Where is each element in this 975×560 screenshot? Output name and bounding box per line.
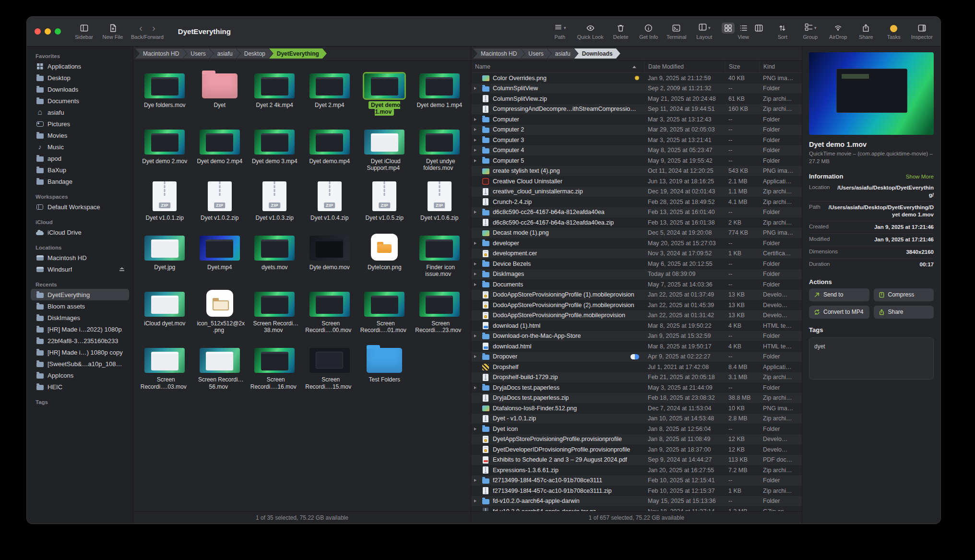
- sidebar-item[interactable]: [SweetSub&…a10p_1080p]: [31, 358, 129, 369]
- layout-button[interactable]: ▾ Layout: [694, 23, 715, 40]
- grid-file-item[interactable]: Dyet demo 3.mp4: [247, 124, 302, 171]
- file-list-row[interactable]: f2713499-18f4-457c-ac10-91b708ce3111 Feb…: [471, 476, 802, 486]
- file-list-row[interactable]: Crunch-2.4.zip Feb 28, 2025 at 18:49:52 …: [471, 197, 802, 207]
- disclosure-triangle-icon[interactable]: [474, 139, 476, 142]
- terminal-button[interactable]: Terminal: [666, 23, 687, 40]
- column-header-size[interactable]: Size: [725, 61, 759, 72]
- breadcrumb-item[interactable]: Users: [183, 48, 213, 59]
- file-list-row[interactable]: Computer Mar 3, 2025 at 13:12:43 -- Fold…: [471, 114, 802, 125]
- disclosure-triangle-icon[interactable]: [474, 500, 476, 502]
- file-list-row[interactable]: Device Bezels May 6, 2025 at 20:12:55 --…: [471, 259, 802, 269]
- breadcrumb-item[interactable]: Macintosh HD: [473, 48, 524, 59]
- back-button[interactable]: ‹: [139, 23, 143, 33]
- grid-file-item[interactable]: Dyet v1.0.2.zip: [192, 180, 248, 221]
- file-list-row[interactable]: Download-on-the-Mac-App-Store Jan 9, 202…: [471, 331, 802, 342]
- breadcrumb-item[interactable]: DyetEverything: [269, 48, 327, 59]
- file-preview-thumbnail[interactable]: [809, 52, 934, 135]
- grid-file-item[interactable]: dyets.mov: [247, 230, 302, 277]
- grid-file-item[interactable]: Dyet v1.0.3.zip: [247, 180, 302, 221]
- file-list-row[interactable]: download.html Mar 8, 2025 at 19:50:17 4 …: [471, 341, 802, 352]
- compress-button[interactable]: Compress: [874, 288, 934, 301]
- sidebar-item[interactable]: Windsurf: [31, 263, 129, 275]
- new-file-button[interactable]: New File: [102, 23, 123, 40]
- tags-box[interactable]: dyet: [809, 337, 934, 380]
- file-list-row[interactable]: DodoAppStoreProvisioningProfile (2).mobi…: [471, 300, 802, 310]
- grid-file-item[interactable]: Dye folders.mov: [137, 68, 192, 115]
- grid-file-item[interactable]: Dyet demo.mp4: [302, 124, 357, 171]
- file-list-row[interactable]: development.cer Nov 3, 2024 at 17:09:52 …: [471, 249, 802, 259]
- grid-file-item[interactable]: Dyet v1.0.1.zip: [137, 180, 192, 221]
- file-list-row[interactable]: Dyet icon Jan 8, 2025 at 12:56:04 -- Fol…: [471, 424, 802, 434]
- share-action-button[interactable]: Share: [874, 306, 934, 319]
- sidebar-item[interactable]: 22bf4af8-3…235160b233: [31, 335, 129, 346]
- disclosure-triangle-icon[interactable]: [474, 149, 476, 152]
- disclosure-triangle-icon[interactable]: [474, 118, 476, 121]
- file-list-row[interactable]: Computer 3 Mar 3, 2025 at 13:21:41 -- Fo…: [471, 135, 802, 145]
- file-list-row[interactable]: Expressions-1.3.6.61.zip Jan 20, 2025 at…: [471, 465, 802, 476]
- column-view-button[interactable]: [752, 23, 765, 34]
- sidebar-item[interactable]: Bloom assets: [31, 300, 129, 312]
- file-list-row[interactable]: ColumnSplitView Sep 2, 2009 at 11:21:32 …: [471, 83, 802, 94]
- file-list-row[interactable]: Computer 5 May 9, 2025 at 19:55:42 -- Fo…: [471, 155, 802, 166]
- file-list-row[interactable]: ColumnSplitView.zip May 21, 2025 at 20:2…: [471, 94, 802, 104]
- file-list-row[interactable]: d6c8c590-cc26-4167-b64a-812eafda40ea.zip…: [471, 217, 802, 228]
- file-list-row[interactable]: Color Overrides.png Jan 9, 2025 at 21:12…: [471, 73, 802, 83]
- grid-file-item[interactable]: Screen Recordi….16.mov: [247, 342, 302, 390]
- file-list-row[interactable]: DyetDeveloperIDProvisioningProfile.provi…: [471, 444, 802, 455]
- grid-file-item[interactable]: Screen Recordi…38.mov: [247, 286, 302, 334]
- grid-file-item[interactable]: Dyet demo 2.mov: [137, 124, 192, 171]
- file-list-row[interactable]: CompressingAndDecompre…ithStreamCompress…: [471, 104, 802, 115]
- sidebar-item[interactable]: Music: [31, 141, 129, 153]
- sidebar-item[interactable]: DiskImages: [31, 312, 129, 323]
- breadcrumb-item[interactable]: Downloads: [574, 48, 620, 59]
- grid-file-item[interactable]: Dyet undye folders.mov: [412, 124, 467, 171]
- sidebar-item[interactable]: apod: [31, 153, 129, 164]
- grid-file-item[interactable]: Screen Recordi….23.mov: [412, 286, 467, 334]
- grid-file-item[interactable]: Screen Recordi….00.mov: [302, 286, 357, 334]
- grid-file-item[interactable]: Screen Recordi….01.mov: [357, 286, 412, 334]
- file-list-row[interactable]: Dtafalonso-Ios8-Finder.512.png Dec 7, 20…: [471, 403, 802, 414]
- sidebar-item[interactable]: Macintosh HD: [31, 252, 129, 263]
- send-to-button[interactable]: Send to: [809, 288, 869, 301]
- quick-look-button[interactable]: Quick Look: [577, 23, 604, 40]
- eject-icon[interactable]: [119, 267, 124, 272]
- file-list-row[interactable]: Documents May 7, 2025 at 14:03:36 -- Fol…: [471, 279, 802, 290]
- file-list-row[interactable]: creative_cloud_uninstallermac.zip Dec 19…: [471, 187, 802, 197]
- grid-file-item[interactable]: Dyet demo 1.mp4: [412, 68, 467, 115]
- breadcrumb-item[interactable]: Users: [521, 48, 551, 59]
- disclosure-triangle-icon[interactable]: [474, 273, 476, 275]
- file-list-row[interactable]: Exhibits to Schedule 2 and 3 – 29 August…: [471, 455, 802, 465]
- grid-file-item[interactable]: Dyet.jpg: [137, 230, 192, 277]
- column-header-kind[interactable]: Kind: [759, 61, 802, 72]
- sidebar-item[interactable]: Pictures: [31, 118, 129, 130]
- file-list-row[interactable]: DryjaDocs test.paperless.zip Feb 18, 202…: [471, 393, 802, 404]
- sidebar-item[interactable]: HEIC: [31, 381, 129, 393]
- breadcrumb-item[interactable]: asiafu: [547, 48, 578, 59]
- sidebar-item[interactable]: Movies: [31, 130, 129, 141]
- file-list-row[interactable]: f2713499-18f4-457c-ac10-91b708ce3111.zip…: [471, 486, 802, 496]
- show-more-link[interactable]: Show More: [906, 174, 934, 179]
- sort-button[interactable]: Sort: [772, 23, 793, 40]
- disclosure-triangle-icon[interactable]: [474, 283, 476, 286]
- file-list-row[interactable]: download (1).html Mar 8, 2025 at 19:50:2…: [471, 321, 802, 331]
- file-list-row[interactable]: d6c8c590-cc26-4167-b64a-812eafda40ea Feb…: [471, 207, 802, 218]
- sidebar-item[interactable]: DyetEverything: [31, 289, 129, 300]
- grid-view-button[interactable]: [722, 23, 735, 34]
- sidebar-item[interactable]: Default Workspace: [31, 201, 129, 213]
- disclosure-triangle-icon[interactable]: [474, 159, 476, 162]
- sidebar-item[interactable]: [HR] Made i…2022) 1080p: [31, 323, 129, 335]
- grid-file-item[interactable]: DyteIcon.png: [357, 230, 412, 277]
- sidebar-item[interactable]: Downloads: [31, 83, 129, 95]
- file-list-row[interactable]: developer May 20, 2025 at 15:27:03 -- Fo…: [471, 238, 802, 249]
- tasks-button[interactable]: Tasks: [883, 23, 904, 40]
- file-list-row[interactable]: Dropshelf-build-1729.zip Feb 21, 2025 at…: [471, 372, 802, 383]
- delete-button[interactable]: Delete: [610, 23, 631, 40]
- grid-file-item[interactable]: iCloud dyet.mov: [137, 286, 192, 334]
- forward-button[interactable]: ›: [152, 23, 155, 33]
- disclosure-triangle-icon[interactable]: [474, 334, 476, 337]
- file-list-row[interactable]: Dropover Apr 9, 2025 at 02:22:27 -- Fold…: [471, 352, 802, 362]
- file-list-row[interactable]: DodoAppStoreProvisioningProfile (1).mobi…: [471, 290, 802, 300]
- grid-file-item[interactable]: Dyet 2 4k.mp4: [247, 68, 302, 115]
- grid-file-item[interactable]: Dyet v1.0.6.zip: [412, 180, 467, 221]
- disclosure-triangle-icon[interactable]: [474, 211, 476, 214]
